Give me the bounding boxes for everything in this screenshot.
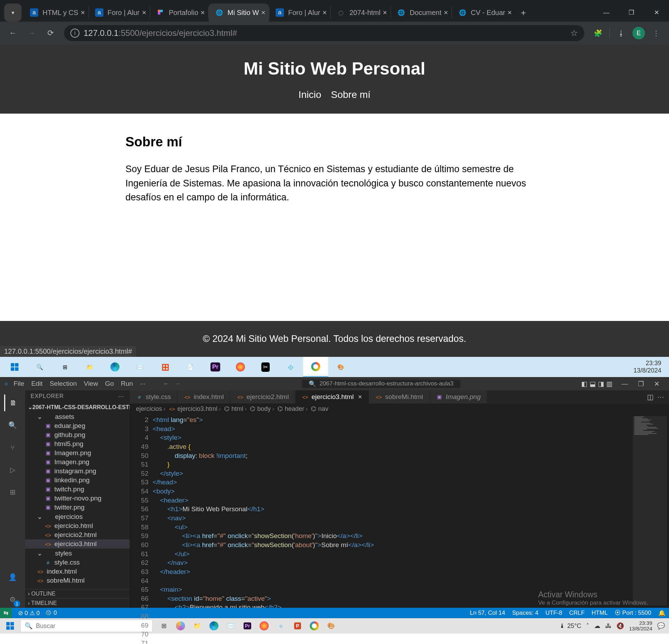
file-item[interactable]: <>index.html [25, 567, 130, 576]
menu-edit[interactable]: Edit [31, 380, 43, 388]
close-icon[interactable]: ✕ [444, 9, 448, 16]
close-icon[interactable]: ✕ [142, 9, 146, 16]
language-mode[interactable]: HTML [592, 610, 608, 616]
status-bar[interactable]: ⇆ ⊘ 0 ⚠ 0 ⛒ 0 Ln 57, Col 14 Spaces: 4 UT… [0, 608, 669, 618]
bookmark-star-icon[interactable]: ☆ [570, 28, 578, 38]
problems-indicator[interactable]: ⊘ 0 ⚠ 0 [18, 610, 40, 617]
workspace-folder[interactable]: ⌄2067-HTML-CSS-DESARROLLO-ESTRUCTU... [25, 402, 130, 412]
address-bar[interactable]: i 127.0.0.1:5500/ejercicios/ejercicio3.h… [64, 25, 584, 41]
browser-tab[interactable]: aHTML y CS✕ [24, 3, 89, 22]
cursor-position[interactable]: Ln 57, Col 14 [470, 610, 505, 616]
file-item[interactable]: <>ejercicio2.html [25, 530, 130, 539]
menu-selection[interactable]: Selection [49, 380, 77, 388]
chrome-app-icon[interactable] [307, 619, 321, 633]
timeline-section[interactable]: › TIMELINE [25, 598, 130, 608]
remote-indicator[interactable]: ⇆ [0, 608, 12, 618]
file-item[interactable]: ▣Imagem.png [25, 449, 130, 458]
file-item[interactable]: ▣eduar.jpeg [25, 421, 130, 430]
premiere-app-icon[interactable]: Pr [240, 619, 254, 633]
extensions-icon[interactable]: 🧩 [590, 25, 606, 41]
taskbar-lower[interactable]: 🔍Buscar ⊞ 📁 ✉️ Pr ⟐ P 🎨 🌡 25°C ˄ ☁ 🖧 🔇 2… [0, 618, 669, 634]
firefox-app-icon[interactable] [228, 357, 253, 377]
office-app-icon[interactable]: ⊞ [153, 357, 178, 377]
code-editor[interactable]: 2344950515253545556575859606162636465666… [130, 414, 669, 608]
tab-search-dropdown[interactable]: ▾ [4, 3, 22, 22]
explorer-activity-icon[interactable]: 🗎 [4, 394, 21, 411]
file-item-selected[interactable]: <>ejercicio3.html [25, 539, 130, 549]
search-activity-icon[interactable]: 🔍 [4, 417, 21, 434]
vscode-titlebar[interactable]: ⟐ File Edit Selection View Go Run ··· ← … [0, 377, 669, 390]
folder-ejercicios[interactable]: ⌄ejercicios [25, 512, 130, 521]
back-button[interactable]: ← [5, 25, 21, 41]
vscode-app-icon[interactable]: ⟐ [278, 357, 303, 377]
onedrive-icon[interactable]: ☁ [594, 622, 600, 630]
explorer-app-icon[interactable]: 📁 [190, 619, 204, 633]
vscode-app-icon[interactable]: ⟐ [274, 619, 288, 633]
notifications-bell-icon[interactable]: 🔔 [658, 610, 666, 617]
taskbar-upper[interactable]: 🔍 ⊞ 📁 ✉️ ⊞ 📄 Pr ✂ ⟐ 🎨 23:39 13/8/2024 [0, 357, 669, 377]
more-icon[interactable]: ⋯ [118, 393, 124, 400]
file-item[interactable]: ▣instagram.png [25, 467, 130, 476]
close-icon[interactable]: ✕ [322, 9, 327, 16]
edge-app-icon[interactable] [102, 357, 128, 377]
browser-tab[interactable]: aForo | Alur✕ [269, 3, 330, 22]
account-activity-icon[interactable]: 👤 [4, 569, 21, 585]
close-icon[interactable]: ✕ [80, 9, 85, 16]
menu-kebab-icon[interactable]: ⋮ [648, 25, 664, 41]
site-info-icon[interactable]: i [70, 29, 79, 38]
task-view-icon[interactable]: ⊞ [157, 619, 171, 633]
layout-icon[interactable]: ⬓ [590, 380, 596, 388]
system-clock[interactable]: 23:39 13/8/2024 [629, 620, 652, 632]
scm-activity-icon[interactable]: ⑂ [4, 439, 21, 456]
browser-tab-active[interactable]: 🌐Mi Sitio W✕ [209, 3, 269, 22]
nav-home-link[interactable]: Inicio [299, 89, 321, 100]
file-item[interactable]: ▣github.png [25, 430, 130, 439]
folder-styles[interactable]: ⌄styles [25, 549, 130, 558]
file-item[interactable]: ▣twitch.png [25, 485, 130, 494]
file-item[interactable]: <>ejercicio.html [25, 521, 130, 530]
code-lines[interactable]: <html lang="es"> <head> <style> .active … [153, 414, 631, 608]
editor-tab[interactable]: <>index.html [178, 390, 231, 404]
browser-tab[interactable]: 🌐Document✕ [391, 3, 452, 22]
editor-tab-active[interactable]: <>ejercicio3.html✕ [295, 390, 369, 404]
minimize-button[interactable]: ― [617, 380, 633, 388]
more-icon[interactable]: ⋯ [657, 393, 664, 401]
tray-chevron-icon[interactable]: ˄ [586, 622, 589, 630]
browser-tab[interactable]: Portafolio✕ [150, 3, 209, 22]
file-tree[interactable]: ⌄assets ▣eduar.jpeg ▣github.png ▣html5.p… [25, 412, 130, 589]
start-button[interactable] [2, 357, 27, 377]
browser-tab[interactable]: aForo | Alur✕ [89, 3, 150, 22]
settings-activity-icon[interactable]: ⚙1 [4, 591, 21, 608]
maximize-button[interactable]: ❐ [619, 3, 644, 22]
browser-tab[interactable]: ◌2074-html✕ [331, 3, 391, 22]
edge-app-icon[interactable] [207, 619, 221, 633]
ports-indicator[interactable]: ⛒ 0 [46, 610, 57, 616]
editor-tab[interactable]: <>sobreMi.html [369, 390, 430, 404]
close-window-button[interactable]: ✕ [644, 3, 669, 22]
layout-icon[interactable]: ◨ [598, 380, 604, 388]
menu-more[interactable]: ··· [140, 380, 146, 388]
premiere-app-icon[interactable]: Pr [203, 357, 228, 377]
start-button[interactable] [0, 622, 20, 630]
capcut-app-icon[interactable]: ✂ [253, 357, 278, 377]
editor-tab[interactable]: #style.css [130, 390, 178, 404]
close-icon[interactable]: ✕ [358, 394, 362, 400]
forward-button[interactable]: → [24, 25, 40, 41]
command-center[interactable]: 🔍2067-html-css-desarrollo-estructura-arc… [301, 379, 461, 389]
live-server-port[interactable]: ⦿ Port : 5500 [615, 610, 651, 616]
outline-section[interactable]: › OUTLINE [25, 589, 130, 598]
downloads-icon[interactable]: ⭳ [613, 25, 629, 41]
split-editor-icon[interactable]: ◫ [647, 393, 654, 401]
system-clock[interactable]: 23:39 13/8/2024 [628, 360, 667, 374]
menu-go[interactable]: Go [105, 380, 114, 388]
paint-app-icon[interactable]: 🎨 [324, 619, 338, 633]
paint-app-icon[interactable]: 🎨 [328, 357, 353, 377]
chrome-app-icon[interactable] [303, 357, 328, 377]
close-icon[interactable]: ✕ [261, 9, 266, 16]
file-item[interactable]: ▣twitter.png [25, 503, 130, 512]
task-view-icon[interactable]: ⊞ [52, 357, 77, 377]
file-item[interactable]: ▣Imagen.png [25, 458, 130, 467]
nav-back-icon[interactable]: ← [163, 380, 169, 388]
close-icon[interactable]: ✕ [383, 9, 387, 16]
explorer-app-icon[interactable]: 📁 [77, 357, 102, 377]
